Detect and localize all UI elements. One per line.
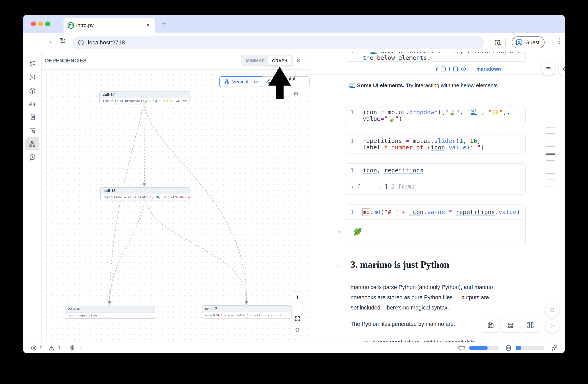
reload-icon[interactable]: ↻ [60, 37, 66, 45]
location-pin-icon [294, 327, 301, 333]
horizontal-tree-label: Horizontal Tree [273, 76, 305, 87]
panel-close-icon[interactable]: × [296, 55, 301, 66]
errors-icon[interactable] [31, 345, 37, 351]
traffic-close-icon[interactable] [31, 21, 36, 26]
packages-icon[interactable] [29, 87, 36, 94]
code-cell-slider[interactable]: 1 repetitions = mo.ui.slider(1, 16, labe… [345, 134, 526, 154]
command-key-icon: ⌘ [526, 321, 535, 330]
minimap-cell-marker[interactable] [546, 173, 555, 174]
browser-tabstrip: intro.py × + [23, 15, 565, 33]
help-icon[interactable]: ? [29, 154, 36, 161]
tab-close-icon[interactable]: × [146, 21, 150, 29]
layout-button[interactable] [502, 318, 519, 333]
minimap-tab[interactable]: MINIMAP [242, 56, 268, 65]
snippets-icon[interactable] [29, 114, 36, 121]
zoom-in-button[interactable]: + [292, 292, 303, 303]
url-text: localhost:2718 [88, 39, 125, 46]
stop-square-icon [549, 307, 555, 313]
warnings-icon[interactable] [48, 345, 55, 351]
save-button[interactable] [482, 318, 500, 333]
tuple-output[interactable]: › [ … ] 2 Items [345, 177, 525, 190]
new-tab-button[interactable]: + [162, 20, 166, 28]
browser-menu-icon[interactable]: ⋮ [556, 37, 563, 45]
ai-assistant-icon[interactable] [29, 100, 36, 108]
code-line: value="🍃") [363, 115, 525, 122]
minimap-cell-marker-active[interactable] [546, 154, 555, 154]
memory-usage-bar [469, 346, 499, 350]
minimap-cell-marker[interactable] [546, 133, 555, 134]
code-line: the below elements. [363, 55, 525, 61]
site-info-icon[interactable] [78, 39, 84, 46]
zoom-out-button[interactable]: − [292, 303, 303, 313]
notebook-menu-button[interactable] [542, 62, 555, 76]
dependency-graph-icon[interactable] [29, 140, 36, 148]
profile-button[interactable]: Guest [512, 37, 545, 48]
graph-canvas[interactable]: Vertical Tree Horizontal Tree ⚙ cell-14 … [42, 70, 310, 342]
graph-zoom-controls: + − [292, 291, 303, 335]
minimap-cell-marker[interactable] [546, 146, 555, 147]
play-icon [549, 323, 555, 329]
minimap-cell-marker[interactable] [546, 167, 553, 167]
settings-gear-icon: ⚙ [562, 65, 565, 73]
expand-chevron-icon[interactable]: › [351, 183, 354, 190]
graph-settings-icon[interactable]: ⚙ [293, 90, 299, 97]
shortcuts-button[interactable]: ⌘ [522, 318, 539, 333]
horizontal-tree-icon [265, 79, 271, 85]
page-content: ? DEPENDENCIES MINIMAP GRAPH × [23, 52, 565, 342]
notebook-pane: 1 **🌊 Some UI elements.** Try interactin… [310, 52, 565, 342]
node-port [143, 102, 146, 105]
minimap-cell-marker[interactable] [546, 179, 555, 180]
warnings-count: 0 [58, 345, 60, 351]
line-number: 1 [345, 167, 359, 173]
tab-title: intro.py [76, 22, 94, 28]
browser-tab[interactable]: intro.py × [63, 18, 155, 33]
dependencies-panel: DEPENDENCIES MINIMAP GRAPH × [42, 52, 310, 342]
para-text: included. There's no magical syntax. [358, 305, 449, 311]
forward-icon[interactable]: → [45, 37, 53, 45]
code-cell-md[interactable]: 1 mo.md("# " + icon.value * repetitions.… [345, 205, 526, 245]
code-line: icon = mo.ui.dropdown(["🍃", "🌊", "✨"], [363, 106, 525, 115]
status-bar: 0 0 [23, 342, 565, 353]
code-cell-tuple[interactable]: 1 icon, repetitions › [ … ] 2 Items [345, 163, 526, 195]
traffic-minimize-icon[interactable] [38, 21, 43, 26]
minimap-cell-marker[interactable] [546, 140, 553, 140]
locate-button[interactable] [292, 324, 303, 335]
fit-view-button[interactable] [292, 313, 303, 324]
variables-icon[interactable] [29, 74, 36, 81]
url-bar[interactable]: localhost:2718 [72, 36, 484, 49]
horizontal-tree-button[interactable]: Horizontal Tree [261, 76, 310, 87]
line-number: 1 [345, 138, 359, 144]
ai-sparkle-icon[interactable] [550, 344, 559, 352]
section-chevron-icon[interactable] [336, 263, 341, 269]
autorun-off-icon[interactable] [69, 345, 76, 351]
browser-window: intro.py × + ← → ↻ localhost:2718 [23, 15, 565, 353]
file-explorer-icon[interactable] [29, 60, 36, 67]
panel-title: DEPENDENCIES [45, 58, 87, 64]
minimap-cell-marker[interactable] [546, 186, 553, 187]
checkbox-icon[interactable] [453, 67, 458, 71]
vertical-tree-button[interactable]: Vertical Tree [219, 76, 264, 87]
cell-language-label[interactable]: markdown [476, 66, 501, 72]
logs-search-icon[interactable] [29, 127, 36, 134]
tab-search-icon[interactable] [494, 38, 502, 47]
info-icon[interactable] [461, 66, 466, 72]
section-heading: 3. marimo is just Python [351, 259, 449, 270]
minimap-cell-marker[interactable] [546, 127, 555, 128]
minimap-cell-marker[interactable] [546, 160, 555, 161]
graph-tab[interactable]: GRAPH [268, 56, 291, 65]
collapse-chevron-icon[interactable] [337, 229, 342, 235]
line-number: 1 [345, 52, 359, 55]
back-icon[interactable]: ← [31, 37, 38, 45]
code-cell-dropdown[interactable]: 1 icon = mo.ui.dropdown(["🍃", "🌊", "✨"],… [345, 106, 526, 124]
chevron-down-icon[interactable] [79, 346, 83, 350]
checkbox-icon[interactable] [441, 67, 446, 71]
ref-r-label: r [436, 66, 438, 72]
markdown-source-cell[interactable]: 1 **🌊 Some UI elements.** Try interactin… [345, 52, 526, 62]
ref-f-label: f [448, 66, 450, 72]
node-title: cell-17 [202, 306, 292, 312]
traffic-zoom-icon[interactable] [45, 21, 50, 26]
stop-button[interactable] [545, 303, 559, 317]
node-port [245, 304, 248, 307]
node-port [108, 317, 111, 320]
run-button[interactable] [545, 319, 559, 333]
